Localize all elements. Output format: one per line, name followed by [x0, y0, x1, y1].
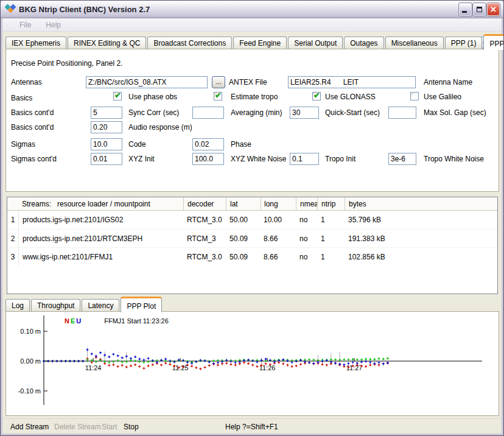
cell-decoder: RTCM_3.0: [183, 216, 226, 224]
table-row[interactable]: 2products.igs-ip.net:2101/RTCM3EPHRTCM_3…: [7, 229, 497, 247]
tab-ppp-1[interactable]: PPP (1): [445, 37, 483, 49]
row-label-sigmas-cont-d: Sigmas cont'd: [11, 155, 57, 163]
checkbox-use-glonass[interactable]: ✔: [312, 92, 321, 100]
maximize-icon: [477, 7, 482, 12]
row-number: 1: [7, 211, 19, 229]
label-xyz-init: XYZ Init: [128, 155, 155, 163]
close-button[interactable]: ✕: [487, 3, 500, 16]
x-tick-label: 11:24: [85, 364, 102, 371]
browse-antex-button[interactable]: ...: [212, 76, 225, 88]
row-number: 3: [7, 248, 19, 265]
series-e: [43, 357, 389, 364]
table-header: Streams: resource loader / mountpointdec…: [7, 197, 497, 211]
check-icon: ✔: [313, 91, 320, 100]
checkbox-estimate-tropo[interactable]: ✔: [214, 92, 222, 100]
tab-serial-output[interactable]: Serial Output: [288, 37, 343, 49]
cell-long: 10.00: [261, 216, 296, 224]
table-row[interactable]: 3www.igs-ip.net:2101/FFMJ1RTCM_3.050.098…: [7, 247, 497, 265]
bnc-window: BKG Ntrip Client (BNC) Version 2.7 ✕ Fil…: [0, 0, 504, 436]
log-tab-bar: LogThroughputLatencyPPP Plot: [5, 296, 249, 312]
antenna-name-input[interactable]: [288, 76, 416, 88]
row-label-antennas: Antennas: [11, 78, 42, 86]
add-stream-button[interactable]: Add Stream: [10, 423, 49, 431]
cell-ntrip: 1: [317, 253, 345, 261]
tab-miscellaneous[interactable]: Miscellaneous: [385, 37, 444, 49]
tab-broadcast-corrections[interactable]: Broadcast Corrections: [147, 37, 232, 49]
label-max-sol-gap-sec: Max Sol. Gap (sec): [424, 108, 486, 117]
maximize-button[interactable]: [473, 3, 486, 16]
field-sync-corr-sec[interactable]: [91, 107, 122, 119]
field-xyz-init[interactable]: [91, 153, 122, 165]
series-u: [43, 348, 389, 366]
checkbox-use-phase-obs[interactable]: ✔: [113, 92, 122, 100]
minimize-button[interactable]: [459, 3, 472, 16]
window-title: BKG Ntrip Client (BNC) Version 2.7: [19, 5, 150, 14]
field-xyz-white-noise[interactable]: [192, 153, 224, 165]
row-label-basics: Basics: [11, 94, 32, 102]
label-sync-corr-sec: Sync Corr (sec): [128, 108, 179, 117]
field-code[interactable]: [91, 138, 122, 150]
row-label-sigmas: Sigmas: [11, 140, 35, 149]
label-xyz-white-noise: XYZ White Noise: [231, 155, 286, 163]
cell-mountpoint: products.igs-ip.net:2101/IGS02: [19, 216, 183, 224]
label-quick-start-sec: Quick-Start (sec): [325, 108, 380, 117]
field-phase[interactable]: [192, 138, 224, 150]
ppp-plot: 0.10 m0.00 m-0.10 m11:2411:2511:2611:27: [6, 312, 499, 414]
cell-lat: 50.09: [226, 234, 261, 243]
check-icon: ✔: [215, 91, 222, 100]
field-averaging-min[interactable]: [192, 107, 224, 119]
antex-path-input[interactable]: [86, 76, 208, 88]
field-quick-start-sec[interactable]: [290, 107, 319, 119]
checkbox-use-galileo[interactable]: [410, 92, 419, 100]
plot-title: FFMJ1 Start 11:23:26: [104, 317, 169, 325]
cell-lat: 50.00: [226, 216, 261, 224]
header-nmea: nmea: [296, 197, 317, 210]
stop-button[interactable]: Stop: [124, 423, 139, 431]
field-tropo-white-noise[interactable]: [388, 153, 416, 165]
tab-throughput[interactable]: Throughput: [31, 299, 80, 312]
tab-feed-engine[interactable]: Feed Engine: [233, 37, 287, 49]
cell-mountpoint: products.igs-ip.net:2101/RTCM3EPH: [19, 234, 183, 243]
header-lat: lat: [226, 197, 261, 210]
row-label-basics-cont-d: Basics cont'd: [11, 108, 54, 117]
tab-ppp-2[interactable]: PPP (2): [483, 34, 504, 50]
cell-nmea: no: [296, 253, 317, 261]
tab-log[interactable]: Log: [5, 299, 30, 312]
header-decoder: decoder: [183, 197, 226, 210]
bottom-toolbar: Help ?=Shift+F1 Add StreamDelete StreamS…: [3, 418, 501, 433]
label-antex-file: ANTEX File: [229, 78, 267, 86]
menu-file[interactable]: File: [12, 21, 38, 29]
start-button: Start: [102, 423, 117, 431]
table-row[interactable]: 1products.igs-ip.net:2101/IGS02RTCM_3.05…: [7, 211, 497, 229]
row-label-basics-cont-d: Basics cont'd: [11, 123, 54, 132]
label-antenna-name: Antenna Name: [424, 78, 472, 86]
title-bar[interactable]: BKG Ntrip Client (BNC) Version 2.7 ✕: [1, 1, 503, 18]
legend-e: E: [71, 317, 75, 325]
field-max-sol-gap-sec[interactable]: [388, 107, 416, 119]
bnc-app-icon: [5, 4, 16, 14]
plot-legend: NEU: [65, 317, 82, 325]
tab-rinex-editing-qc[interactable]: RINEX Editing & QC: [68, 37, 146, 49]
label-tropo-white-noise: Tropo White Noise: [424, 155, 484, 163]
y-tick-label: -0.10 m: [18, 387, 41, 395]
tab-iex-ephemeris[interactable]: IEX Ephemeris: [5, 37, 66, 49]
y-tick-label: 0.00 m: [20, 357, 41, 365]
close-icon: ✕: [488, 4, 499, 15]
menu-help[interactable]: Help: [38, 21, 68, 29]
tab-outages[interactable]: Outages: [344, 37, 383, 49]
settings-tab-bar: IEX EphemerisRINEX Editing & QCBroadcast…: [5, 33, 500, 49]
field-tropo-init[interactable]: [290, 153, 319, 165]
cell-decoder: RTCM_3: [183, 234, 226, 243]
label-estimate-tropo: Estimate tropo: [231, 93, 278, 101]
tab-latency[interactable]: Latency: [82, 299, 119, 312]
tab-ppp-plot[interactable]: PPP Plot: [121, 297, 162, 312]
field-audio-response-m[interactable]: [91, 121, 122, 133]
header-mountpoint: Streams: resource loader / mountpoint: [7, 197, 183, 210]
check-icon: ✔: [114, 91, 121, 100]
header-ntrip: ntrip: [317, 197, 345, 210]
cell-long: 8.66: [261, 234, 296, 243]
panel-heading: Precise Point Positioning, Panel 2.: [11, 59, 122, 68]
cell-bytes: 191.383 kB: [345, 234, 497, 243]
ppp-panel2-page: Precise Point Positioning, Panel 2. Ante…: [5, 49, 499, 192]
label-phase: Phase: [231, 140, 251, 149]
